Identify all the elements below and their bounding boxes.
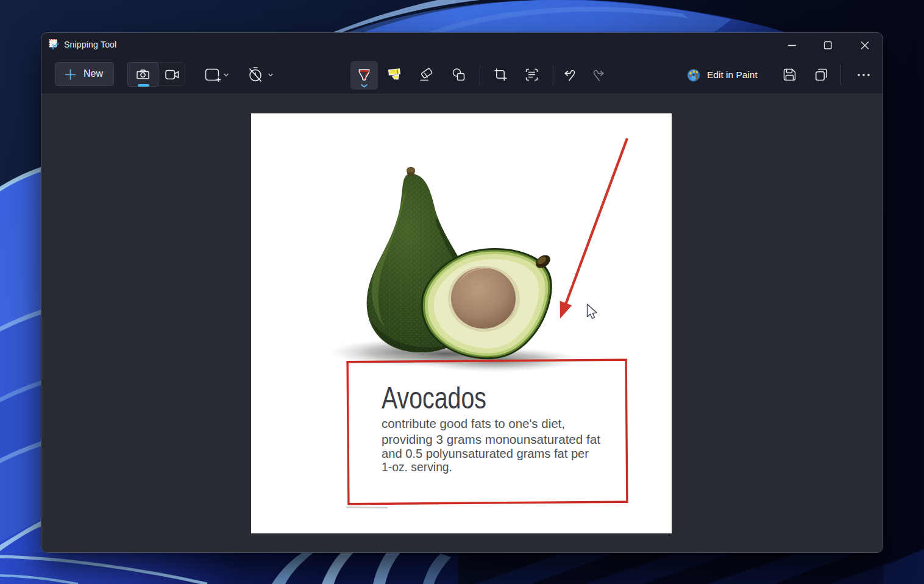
svg-text:1-oz. serving.: 1-oz. serving. [382,460,452,474]
svg-text:providing 3 grams monounsatura: providing 3 grams monounsaturated fat [382,432,600,446]
svg-text:and 0.5 polyunsaturated grams: and 0.5 polyunsaturated grams fat per [382,446,589,460]
svg-text:contribute good fats to one's: contribute good fats to one's diet, [382,416,565,430]
svg-text:Avocados: Avocados [382,381,486,415]
